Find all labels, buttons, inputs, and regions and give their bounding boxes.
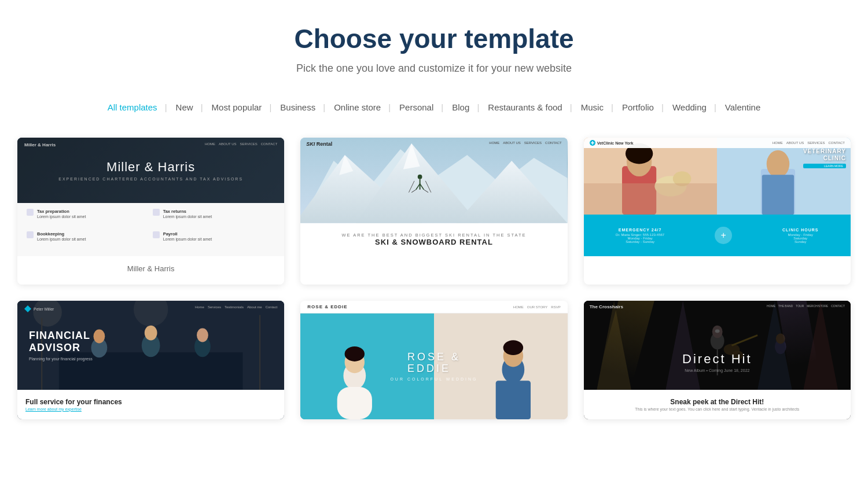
svg-point-44 <box>345 346 365 361</box>
miller-card-title: Miller & Harris <box>27 264 275 273</box>
wedding-nav-item: RSVP <box>551 305 560 309</box>
svg-point-35 <box>145 326 157 341</box>
page-title: Choose your template <box>17 23 851 54</box>
svg-point-26 <box>767 150 789 178</box>
vet-photo-left <box>584 138 718 215</box>
wedding-nav-item: OUR STORY <box>527 305 547 309</box>
wedding-nav-item: HOME <box>513 305 524 309</box>
vet-logo: VetClinic New York <box>590 140 634 146</box>
miller-service-text: Tax returns Lorem ipsum dolor sit amet <box>163 209 212 219</box>
nav-item-music[interactable]: Music <box>572 98 613 117</box>
wedding-logo: ROSE & EDDIE <box>307 304 347 309</box>
page-wrapper: Choose your template Pick the one you lo… <box>0 0 868 442</box>
template-card-rose-eddie[interactable]: ROSE & EDDIE HOME OUR STORY RSVP <box>300 301 567 419</box>
vet-logo-icon <box>590 140 595 146</box>
fin-footer-sub: Learn more about my expertise <box>25 407 122 411</box>
wedding-groom-svg <box>434 313 568 419</box>
music-nav: HOME THE BAND TOUR MERCH/STORE CONTACT <box>767 304 845 309</box>
template-card-vet-clinic[interactable]: VetClinic New York HOME ABOUT US SERVICE… <box>584 138 851 285</box>
template-preview-financial-advisor: Peter Miller Home Services Testimonials … <box>17 301 284 419</box>
wedding-left <box>300 313 434 419</box>
nav-item-business[interactable]: Business <box>271 98 325 117</box>
music-nav-item: THE BAND <box>778 304 793 309</box>
miller-services: Tax preparation Lorem ipsum dolor sit am… <box>17 203 284 256</box>
music-logo: The Crosshairs <box>590 304 623 309</box>
miller-card-footer: Miller & Harris <box>17 256 284 285</box>
music-nav-item: TOUR <box>796 304 804 309</box>
nav-item-wedding[interactable]: Wedding <box>663 98 716 117</box>
template-card-miller-harris[interactable]: Miller & Harris HOME ABOUT US SERVICES C… <box>17 138 284 285</box>
music-nav-item: MERCH/STORE <box>807 304 828 309</box>
miller-service-4: Payroll Lorem ipsum dolor sit amet <box>153 231 275 250</box>
vet-info-text-2: Monday - FridaySaturdaySunday <box>782 233 819 243</box>
wedding-right <box>434 313 568 419</box>
vet-nav-item: ABOUT US <box>786 141 804 145</box>
music-nav-item: CONTACT <box>831 304 845 309</box>
music-footer-sub: This is where your text goes. You can cl… <box>635 407 799 411</box>
vet-info-title-1: EMERGENCY 24/7 <box>616 228 664 232</box>
svg-point-58 <box>715 330 719 333</box>
nav-item-online-store[interactable]: Online store <box>325 98 390 117</box>
svg-rect-27 <box>762 175 794 215</box>
fin-logo-text: Peter Miller <box>34 307 54 311</box>
filter-nav: All templates New Most popular Business … <box>17 98 851 117</box>
vet-info-2: CLINIC HOURS Monday - FridaySaturdaySund… <box>782 228 819 243</box>
miller-nav-item: CONTACT <box>261 142 278 147</box>
vet-nav: HOME ABOUT US SERVICES CONTACT <box>773 141 845 145</box>
music-content: Direct Hit New Album • Coming June 18, 2… <box>610 352 824 372</box>
miller-heading: Miller & Harris EXPERIENCED CHARTERED AC… <box>58 160 243 181</box>
music-topbar: The Crosshairs HOME THE BAND TOUR MERCH/… <box>584 304 851 309</box>
miller-service-icon <box>27 231 34 238</box>
ski-footer: WE ARE THE BEST AND BIGGEST SKI RENTAL I… <box>300 223 567 256</box>
template-card-crosshairs[interactable]: The Crosshairs HOME THE BAND TOUR MERCH/… <box>584 301 851 419</box>
music-nav-item: HOME <box>767 304 775 309</box>
svg-rect-47 <box>496 381 531 419</box>
fin-logo-icon <box>24 305 31 312</box>
fin-hero: Peter Miller Home Services Testimonials … <box>17 301 284 390</box>
ski-footer-title: SKI & SNOWBOARD RENTAL <box>341 238 526 246</box>
fin-nav-item: About me <box>247 305 262 312</box>
fin-nav: Home Services Testimonials About me Cont… <box>195 305 277 312</box>
music-footer: Sneak peek at the Direct Hit! This is wh… <box>584 390 851 419</box>
fin-nav-item: Testimonials <box>225 305 244 312</box>
vet-hero: VetClinic New York HOME ABOUT US SERVICE… <box>584 138 851 215</box>
vet-nav-item: HOME <box>773 141 783 145</box>
nav-item-new[interactable]: New <box>167 98 203 117</box>
nav-item-valentine[interactable]: Valentine <box>716 98 770 117</box>
template-card-ski-rental[interactable]: SKI Rental HOME ABOUT US SERVICES CONTAC… <box>300 138 567 285</box>
wedding-topbar: ROSE & EDDIE HOME OUR STORY RSVP <box>300 301 567 313</box>
miller-service-3: Bookkeeping Lorem ipsum dolor sit amet <box>27 231 149 250</box>
vet-logo-text: VetClinic New York <box>597 141 634 145</box>
fin-footer-title: Full service for your finances <box>25 398 122 406</box>
miller-topbar: Miller & Harris HOME ABOUT US SERVICES C… <box>17 142 284 147</box>
fin-content: FINANCIALADVISOR Planning for your finan… <box>29 330 93 361</box>
fin-hero-title: FINANCIALADVISOR <box>29 330 93 355</box>
nav-item-personal[interactable]: Personal <box>390 98 443 117</box>
vet-cross-icon: + <box>715 227 732 244</box>
nav-item-most-popular[interactable]: Most popular <box>203 98 271 117</box>
wedding-bride-svg <box>300 313 434 419</box>
ski-nav-item: SERVICES <box>524 141 542 147</box>
ski-nav-item: ABOUT US <box>503 141 521 147</box>
plus-icon <box>590 141 595 145</box>
nav-item-portfolio[interactable]: Portfolio <box>613 98 663 117</box>
fin-nav-item: Contact <box>266 305 278 312</box>
miller-subtitle: EXPERIENCED CHARTERED ACCOUNTANTS AND TA… <box>58 177 243 181</box>
music-album-title: Direct Hit <box>610 352 824 367</box>
music-hero: The Crosshairs HOME THE BAND TOUR MERCH/… <box>584 301 851 390</box>
vet-info-title-2: CLINIC HOURS <box>782 228 819 232</box>
nav-item-all[interactable]: All templates <box>98 98 167 117</box>
miller-nav-item: ABOUT US <box>219 142 237 147</box>
miller-service-text: Tax preparation Lorem ipsum dolor sit am… <box>37 209 86 219</box>
miller-service-text: Bookkeeping Lorem ipsum dolor sit amet <box>37 231 86 241</box>
miller-service-icon <box>27 209 34 216</box>
ski-footer-sub: WE ARE THE BEST AND BIGGEST SKI RENTAL I… <box>341 232 526 238</box>
ski-footer-text: WE ARE THE BEST AND BIGGEST SKI RENTAL I… <box>341 232 526 246</box>
wedding-nav: HOME OUR STORY RSVP <box>513 305 561 309</box>
ski-mountain-svg <box>300 138 567 223</box>
svg-point-33 <box>93 330 105 344</box>
nav-item-restaurants[interactable]: Restaurants & food <box>479 98 571 117</box>
svg-point-7 <box>418 175 422 179</box>
template-card-financial-advisor[interactable]: Peter Miller Home Services Testimonials … <box>17 301 284 419</box>
nav-item-blog[interactable]: Blog <box>443 98 479 117</box>
